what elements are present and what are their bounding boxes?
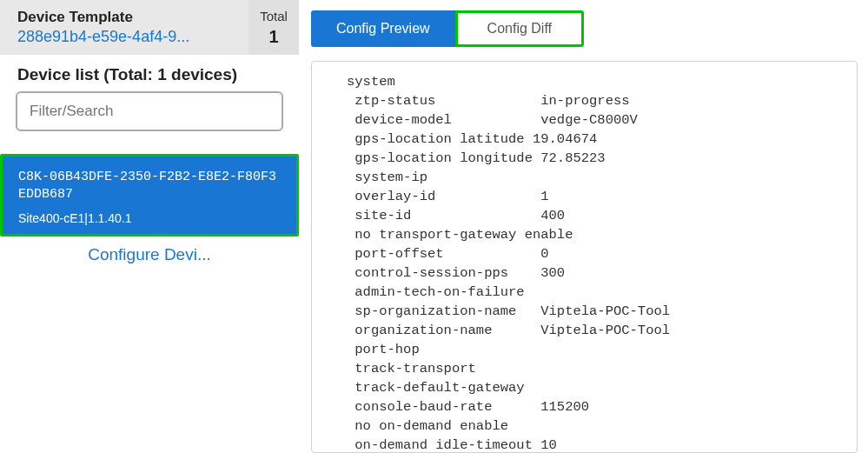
tab-config-diff[interactable]: Config Diff xyxy=(455,10,584,47)
device-item[interactable]: C8K-06B43DFE-2350-F2B2-E8E2-F80F3EDDB687… xyxy=(3,157,296,234)
total-box: Total 1 xyxy=(248,0,299,55)
search-input[interactable] xyxy=(16,91,283,131)
config-text[interactable]: system ztp-status in-progress device-mod… xyxy=(312,62,857,453)
device-list-title: Device list (Total: 1 devices) xyxy=(0,55,299,91)
tab-config-preview[interactable]: Config Preview xyxy=(311,10,455,47)
search-wrap xyxy=(0,91,299,131)
device-uuid: C8K-06B43DFE-2350-F2B2-E8E2-F80F3EDDB687 xyxy=(18,169,281,204)
config-panel: system ztp-status in-progress device-mod… xyxy=(311,61,858,453)
configure-device-link[interactable]: Configure Devi... xyxy=(0,236,299,273)
total-value: 1 xyxy=(268,27,278,47)
template-header: Device Template 288e91b4-e59e-4af4-9... … xyxy=(0,0,299,55)
tabs: Config Preview Config Diff xyxy=(311,10,858,47)
device-item-highlight: C8K-06B43DFE-2350-F2B2-E8E2-F80F3EDDB687… xyxy=(0,154,299,236)
sidebar: Device Template 288e91b4-e59e-4af4-9... … xyxy=(0,0,299,453)
device-template-id[interactable]: 288e91b4-e59e-4af4-9... xyxy=(17,28,231,46)
device-hostname-ip: Site400-cE1|1.1.40.1 xyxy=(18,211,281,225)
main-panel: Config Preview Config Diff system ztp-st… xyxy=(299,0,868,453)
total-label: Total xyxy=(260,9,288,23)
template-info: Device Template 288e91b4-e59e-4af4-9... xyxy=(0,0,248,55)
device-template-label: Device Template xyxy=(17,9,231,26)
